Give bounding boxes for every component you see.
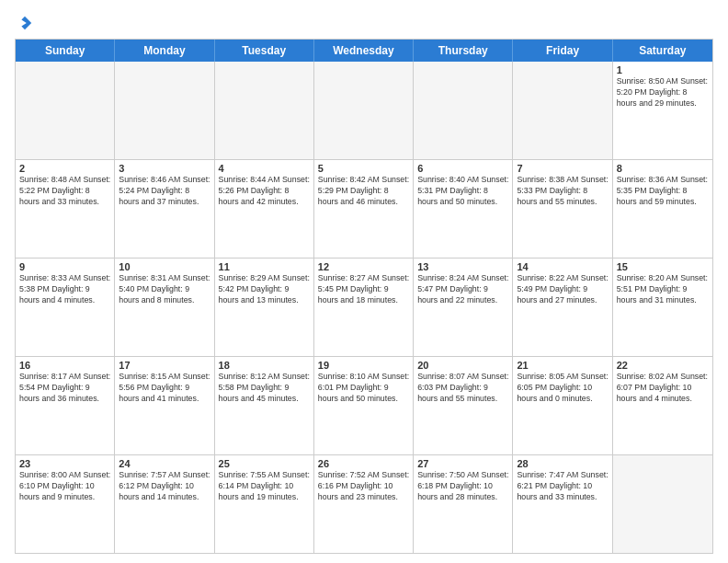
day-cell-21: 21Sunrise: 8:05 AM Sunset: 6:05 PM Dayli… bbox=[513, 357, 612, 454]
calendar-week-2: 2Sunrise: 8:48 AM Sunset: 5:22 PM Daylig… bbox=[16, 159, 712, 258]
day-info: Sunrise: 8:36 AM Sunset: 5:35 PM Dayligh… bbox=[617, 175, 709, 208]
day-cell-6: 6Sunrise: 8:40 AM Sunset: 5:31 PM Daylig… bbox=[414, 160, 513, 258]
svg-marker-0 bbox=[21, 17, 31, 29]
day-cell-7: 7Sunrise: 8:38 AM Sunset: 5:33 PM Daylig… bbox=[513, 160, 612, 258]
day-cell-17: 17Sunrise: 8:15 AM Sunset: 5:56 PM Dayli… bbox=[115, 357, 214, 454]
empty-cell bbox=[613, 455, 712, 553]
day-info: Sunrise: 8:07 AM Sunset: 6:03 PM Dayligh… bbox=[417, 372, 508, 405]
day-cell-22: 22Sunrise: 8:02 AM Sunset: 6:07 PM Dayli… bbox=[613, 357, 712, 454]
day-cell-26: 26Sunrise: 7:52 AM Sunset: 6:16 PM Dayli… bbox=[314, 455, 414, 553]
day-info: Sunrise: 7:55 AM Sunset: 6:14 PM Dayligh… bbox=[219, 470, 310, 503]
day-info: Sunrise: 8:12 AM Sunset: 5:58 PM Dayligh… bbox=[219, 372, 310, 405]
day-info: Sunrise: 8:17 AM Sunset: 5:54 PM Dayligh… bbox=[19, 372, 110, 405]
day-info: Sunrise: 8:27 AM Sunset: 5:45 PM Dayligh… bbox=[318, 273, 409, 306]
calendar-week-4: 16Sunrise: 8:17 AM Sunset: 5:54 PM Dayli… bbox=[16, 356, 712, 454]
calendar-header-row: SundayMondayTuesdayWednesdayThursdayFrid… bbox=[16, 40, 712, 62]
page: SundayMondayTuesdayWednesdayThursdayFrid… bbox=[0, 0, 728, 563]
logo bbox=[15, 15, 33, 31]
day-cell-15: 15Sunrise: 8:20 AM Sunset: 5:51 PM Dayli… bbox=[613, 259, 712, 356]
day-number: 11 bbox=[219, 261, 310, 272]
day-cell-10: 10Sunrise: 8:31 AM Sunset: 5:40 PM Dayli… bbox=[115, 259, 214, 356]
day-number: 10 bbox=[119, 261, 210, 272]
day-number: 26 bbox=[318, 458, 409, 469]
day-cell-9: 9Sunrise: 8:33 AM Sunset: 5:38 PM Daylig… bbox=[16, 259, 115, 356]
day-cell-13: 13Sunrise: 8:24 AM Sunset: 5:47 PM Dayli… bbox=[414, 259, 513, 356]
day-number: 15 bbox=[617, 261, 709, 272]
day-info: Sunrise: 8:15 AM Sunset: 5:56 PM Dayligh… bbox=[119, 372, 210, 405]
empty-cell bbox=[314, 62, 414, 159]
header-cell-thursday: Thursday bbox=[414, 40, 513, 62]
header-cell-tuesday: Tuesday bbox=[215, 40, 314, 62]
day-cell-3: 3Sunrise: 8:46 AM Sunset: 5:24 PM Daylig… bbox=[115, 160, 214, 258]
day-cell-18: 18Sunrise: 8:12 AM Sunset: 5:58 PM Dayli… bbox=[215, 357, 314, 454]
empty-cell bbox=[513, 62, 612, 159]
day-number: 19 bbox=[318, 360, 409, 371]
empty-cell bbox=[16, 62, 115, 159]
empty-cell bbox=[414, 62, 513, 159]
day-info: Sunrise: 8:24 AM Sunset: 5:47 PM Dayligh… bbox=[417, 273, 508, 306]
day-number: 5 bbox=[318, 163, 409, 174]
day-cell-20: 20Sunrise: 8:07 AM Sunset: 6:03 PM Dayli… bbox=[414, 357, 513, 454]
day-info: Sunrise: 8:00 AM Sunset: 6:10 PM Dayligh… bbox=[19, 470, 110, 503]
header-cell-monday: Monday bbox=[115, 40, 214, 62]
day-info: Sunrise: 7:50 AM Sunset: 6:18 PM Dayligh… bbox=[417, 470, 508, 503]
day-number: 23 bbox=[19, 458, 110, 469]
day-info: Sunrise: 8:02 AM Sunset: 6:07 PM Dayligh… bbox=[617, 372, 709, 405]
logo-icon bbox=[17, 15, 33, 31]
day-info: Sunrise: 8:50 AM Sunset: 5:20 PM Dayligh… bbox=[617, 76, 709, 109]
day-info: Sunrise: 8:42 AM Sunset: 5:29 PM Dayligh… bbox=[318, 175, 409, 208]
day-cell-1: 1Sunrise: 8:50 AM Sunset: 5:20 PM Daylig… bbox=[613, 62, 712, 159]
day-info: Sunrise: 8:33 AM Sunset: 5:38 PM Dayligh… bbox=[19, 273, 110, 306]
day-number: 22 bbox=[617, 360, 709, 371]
day-number: 14 bbox=[517, 261, 608, 272]
day-number: 25 bbox=[219, 458, 310, 469]
header-cell-saturday: Saturday bbox=[613, 40, 712, 62]
header-cell-sunday: Sunday bbox=[16, 40, 115, 62]
calendar-week-5: 23Sunrise: 8:00 AM Sunset: 6:10 PM Dayli… bbox=[16, 454, 712, 553]
day-number: 16 bbox=[19, 360, 110, 371]
day-number: 24 bbox=[119, 458, 210, 469]
day-info: Sunrise: 8:38 AM Sunset: 5:33 PM Dayligh… bbox=[517, 175, 608, 208]
day-cell-12: 12Sunrise: 8:27 AM Sunset: 5:45 PM Dayli… bbox=[314, 259, 414, 356]
day-cell-11: 11Sunrise: 8:29 AM Sunset: 5:42 PM Dayli… bbox=[215, 259, 314, 356]
day-number: 18 bbox=[219, 360, 310, 371]
day-cell-8: 8Sunrise: 8:36 AM Sunset: 5:35 PM Daylig… bbox=[613, 160, 712, 258]
day-number: 27 bbox=[417, 458, 508, 469]
day-number: 13 bbox=[417, 261, 508, 272]
day-cell-27: 27Sunrise: 7:50 AM Sunset: 6:18 PM Dayli… bbox=[414, 455, 513, 553]
day-number: 8 bbox=[617, 163, 709, 174]
day-info: Sunrise: 7:57 AM Sunset: 6:12 PM Dayligh… bbox=[119, 470, 210, 503]
day-info: Sunrise: 8:48 AM Sunset: 5:22 PM Dayligh… bbox=[19, 175, 110, 208]
day-number: 21 bbox=[517, 360, 608, 371]
day-number: 28 bbox=[517, 458, 608, 469]
day-cell-16: 16Sunrise: 8:17 AM Sunset: 5:54 PM Dayli… bbox=[16, 357, 115, 454]
empty-cell bbox=[215, 62, 314, 159]
calendar-body: 1Sunrise: 8:50 AM Sunset: 5:20 PM Daylig… bbox=[16, 62, 712, 553]
day-number: 4 bbox=[219, 163, 310, 174]
day-cell-2: 2Sunrise: 8:48 AM Sunset: 5:22 PM Daylig… bbox=[16, 160, 115, 258]
day-cell-14: 14Sunrise: 8:22 AM Sunset: 5:49 PM Dayli… bbox=[513, 259, 612, 356]
day-cell-19: 19Sunrise: 8:10 AM Sunset: 6:01 PM Dayli… bbox=[314, 357, 414, 454]
day-info: Sunrise: 8:46 AM Sunset: 5:24 PM Dayligh… bbox=[119, 175, 210, 208]
day-info: Sunrise: 8:44 AM Sunset: 5:26 PM Dayligh… bbox=[219, 175, 310, 208]
day-info: Sunrise: 8:29 AM Sunset: 5:42 PM Dayligh… bbox=[219, 273, 310, 306]
day-cell-24: 24Sunrise: 7:57 AM Sunset: 6:12 PM Dayli… bbox=[115, 455, 214, 553]
day-number: 17 bbox=[119, 360, 210, 371]
day-info: Sunrise: 8:10 AM Sunset: 6:01 PM Dayligh… bbox=[318, 372, 409, 405]
day-number: 1 bbox=[617, 64, 709, 75]
day-info: Sunrise: 7:47 AM Sunset: 6:21 PM Dayligh… bbox=[517, 470, 608, 503]
header-cell-friday: Friday bbox=[513, 40, 612, 62]
day-info: Sunrise: 7:52 AM Sunset: 6:16 PM Dayligh… bbox=[318, 470, 409, 503]
day-info: Sunrise: 8:05 AM Sunset: 6:05 PM Dayligh… bbox=[517, 372, 608, 405]
day-number: 12 bbox=[318, 261, 409, 272]
calendar: SundayMondayTuesdayWednesdayThursdayFrid… bbox=[15, 39, 713, 554]
day-number: 2 bbox=[19, 163, 110, 174]
day-cell-5: 5Sunrise: 8:42 AM Sunset: 5:29 PM Daylig… bbox=[314, 160, 414, 258]
day-number: 9 bbox=[19, 261, 110, 272]
day-info: Sunrise: 8:22 AM Sunset: 5:49 PM Dayligh… bbox=[517, 273, 608, 306]
calendar-week-1: 1Sunrise: 8:50 AM Sunset: 5:20 PM Daylig… bbox=[16, 62, 712, 159]
day-cell-4: 4Sunrise: 8:44 AM Sunset: 5:26 PM Daylig… bbox=[215, 160, 314, 258]
header-cell-wednesday: Wednesday bbox=[314, 40, 414, 62]
empty-cell bbox=[115, 62, 214, 159]
day-info: Sunrise: 8:20 AM Sunset: 5:51 PM Dayligh… bbox=[617, 273, 709, 306]
